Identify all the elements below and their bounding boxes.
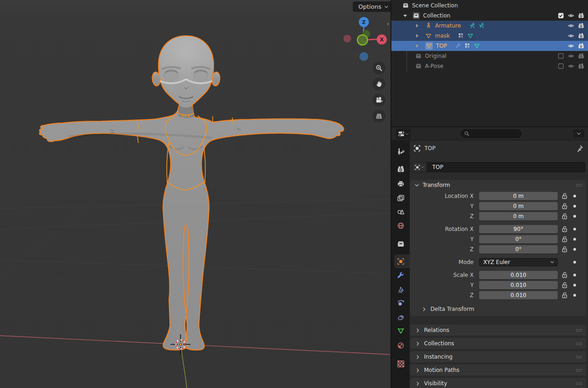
tab-collection[interactable]: [397, 240, 405, 248]
lock-icon[interactable]: [561, 192, 569, 200]
animate-dot[interactable]: [573, 205, 576, 208]
panel-grip-icon[interactable]: [576, 382, 582, 386]
tab-constraints[interactable]: [397, 314, 405, 321]
ortho-toggle-button[interactable]: [373, 110, 385, 123]
scale-y-field[interactable]: 0.010: [479, 281, 558, 289]
rotation-mode-dropdown[interactable]: XYZ Euler: [479, 258, 558, 266]
animate-dot[interactable]: [573, 238, 576, 241]
tab-physics[interactable]: [397, 299, 405, 307]
checkbox-unchecked-icon[interactable]: [558, 63, 564, 69]
tab-object-data[interactable]: [397, 327, 405, 335]
panel-grip-icon[interactable]: [576, 183, 582, 187]
eye-icon[interactable]: [568, 43, 574, 49]
panel-grip-icon[interactable]: [576, 368, 582, 372]
camera-icon[interactable]: [578, 63, 584, 69]
animate-dot[interactable]: [573, 284, 576, 287]
eye-icon[interactable]: [568, 22, 574, 29]
tab-tool[interactable]: [397, 148, 405, 156]
eye-icon[interactable]: [568, 33, 574, 39]
tab-world[interactable]: [397, 222, 405, 230]
outliner-row-scene-collection[interactable]: Scene Collection: [391, 0, 588, 11]
header-menu-button[interactable]: [573, 129, 584, 138]
eye-icon[interactable]: [568, 63, 574, 69]
camera-view-button[interactable]: [373, 94, 385, 107]
disclosure-right-icon[interactable]: [416, 24, 425, 28]
scale-x-field[interactable]: 0.010: [479, 271, 558, 279]
disclosure-down-icon[interactable]: [403, 15, 413, 17]
axis-neg-x-ball[interactable]: [344, 35, 351, 43]
editor-type-button[interactable]: [396, 129, 411, 139]
properties-search[interactable]: [461, 129, 521, 138]
axis-x-ball[interactable]: X: [377, 34, 387, 45]
tab-view-layer[interactable]: [397, 194, 405, 202]
lock-icon[interactable]: [561, 246, 569, 253]
tab-particles[interactable]: [397, 286, 405, 294]
navigation-gizmo[interactable]: Z X: [340, 14, 390, 64]
motion-paths-panel[interactable]: Motion Paths: [410, 365, 586, 376]
transform-panel-header[interactable]: Transform: [410, 180, 586, 190]
pan-button[interactable]: [373, 78, 385, 90]
animate-dot[interactable]: [573, 195, 576, 197]
camera-icon[interactable]: [578, 33, 584, 39]
location-x-field[interactable]: 0 m: [479, 192, 558, 200]
panel-grip-icon[interactable]: [576, 328, 582, 332]
eye-icon[interactable]: [568, 12, 574, 19]
search-input[interactable]: [471, 130, 517, 137]
location-z-field[interactable]: 0 m: [479, 212, 558, 220]
lock-icon[interactable]: [561, 271, 569, 279]
animate-dot[interactable]: [573, 261, 576, 264]
lock-icon[interactable]: [561, 281, 569, 289]
sidebar-expand-arrow[interactable]: ‹: [385, 19, 390, 28]
tab-output[interactable]: [397, 180, 405, 188]
camera-icon[interactable]: [578, 22, 584, 29]
object-type-selector[interactable]: [412, 162, 427, 172]
scale-z-field[interactable]: 0.010: [479, 291, 558, 299]
lock-icon[interactable]: [561, 225, 569, 233]
viewport-3d[interactable]: Options Z X ‹: [0, 0, 390, 388]
tab-object[interactable]: [397, 258, 405, 265]
tab-material[interactable]: [397, 342, 405, 349]
camera-icon[interactable]: [578, 12, 584, 19]
disclosure-right-icon[interactable]: [416, 34, 425, 38]
collections-panel[interactable]: Collections: [410, 338, 586, 349]
animate-dot[interactable]: [573, 248, 576, 251]
outliner-row-original[interactable]: Original: [391, 51, 588, 61]
rotation-y-field[interactable]: 0°: [479, 235, 558, 243]
lock-icon[interactable]: [561, 292, 569, 299]
animate-dot[interactable]: [573, 228, 576, 231]
panel-grip-icon[interactable]: [576, 342, 582, 346]
animate-dot[interactable]: [573, 274, 576, 276]
tab-modifiers[interactable]: [397, 272, 405, 280]
object-name-field[interactable]: TOP: [427, 162, 585, 172]
lock-icon[interactable]: [561, 236, 569, 243]
checkbox-checked-icon[interactable]: [558, 12, 564, 19]
instancing-panel[interactable]: Instancing: [410, 351, 586, 362]
tab-render[interactable]: [397, 165, 405, 173]
outliner-row-a-pose[interactable]: A-Pose: [391, 61, 588, 71]
zoom-button[interactable]: [373, 62, 385, 74]
rotation-x-field[interactable]: 90°: [479, 225, 558, 233]
camera-icon[interactable]: [578, 53, 584, 59]
outliner-row-mask[interactable]: mask: [391, 31, 588, 41]
camera-icon[interactable]: [578, 43, 584, 49]
axis-y-ball[interactable]: [357, 35, 368, 45]
delta-transform-header[interactable]: Delta Transform: [410, 301, 586, 316]
outliner-row-armature[interactable]: Armature: [391, 21, 588, 31]
tab-texture[interactable]: [397, 360, 405, 368]
animate-dot[interactable]: [573, 215, 576, 218]
axis-z-ball[interactable]: Z: [359, 17, 369, 27]
panel-grip-icon[interactable]: [576, 355, 582, 359]
tab-scene[interactable]: [397, 208, 405, 216]
lock-icon[interactable]: [561, 202, 569, 210]
visibility-panel[interactable]: Visibility: [410, 378, 586, 388]
animate-dot[interactable]: [573, 294, 576, 297]
outliner-row-collection[interactable]: Collection: [391, 11, 588, 21]
relations-panel[interactable]: Relations: [410, 325, 586, 336]
lock-icon[interactable]: [561, 213, 569, 220]
outliner-row-top[interactable]: TOP: [391, 41, 588, 51]
checkbox-unchecked-icon[interactable]: [558, 53, 564, 59]
options-dropdown[interactable]: Options: [353, 1, 392, 12]
eye-icon[interactable]: [568, 53, 574, 59]
axis-neg-z-ball[interactable]: [360, 52, 368, 61]
disclosure-right-icon[interactable]: [416, 44, 425, 48]
